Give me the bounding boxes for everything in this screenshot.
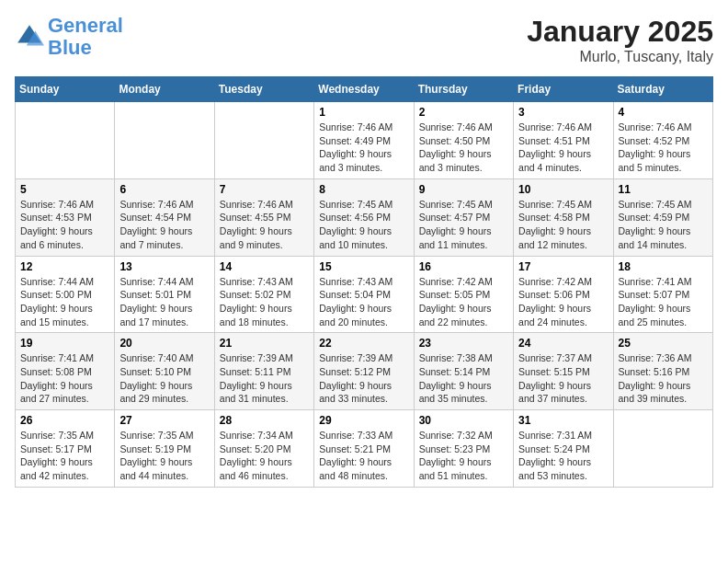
day-info: Sunrise: 7:45 AM Sunset: 4:58 PM Dayligh… — [518, 198, 608, 252]
day-info: Sunrise: 7:46 AM Sunset: 4:51 PM Dayligh… — [518, 121, 608, 175]
calendar-week-5: 26Sunrise: 7:35 AM Sunset: 5:17 PM Dayli… — [16, 410, 713, 488]
calendar-cell: 18Sunrise: 7:41 AM Sunset: 5:07 PM Dayli… — [613, 256, 712, 333]
calendar-cell: 8Sunrise: 7:45 AM Sunset: 4:56 PM Daylig… — [314, 178, 414, 256]
day-number: 17 — [518, 260, 608, 273]
day-info: Sunrise: 7:37 AM Sunset: 5:15 PM Dayligh… — [518, 351, 608, 406]
weekday-header-saturday: Saturday — [613, 77, 712, 102]
day-info: Sunrise: 7:46 AM Sunset: 4:54 PM Dayligh… — [119, 198, 209, 252]
logo-blue: Blue — [48, 36, 92, 59]
day-number: 3 — [518, 106, 608, 119]
day-number: 11 — [619, 183, 708, 196]
day-number: 25 — [619, 337, 708, 350]
day-info: Sunrise: 7:45 AM Sunset: 4:56 PM Dayligh… — [319, 198, 408, 252]
day-number: 7 — [220, 183, 309, 196]
day-number: 4 — [619, 106, 708, 119]
calendar-cell: 25Sunrise: 7:36 AM Sunset: 5:16 PM Dayli… — [613, 333, 712, 410]
day-info: Sunrise: 7:33 AM Sunset: 5:21 PM Dayligh… — [319, 429, 408, 483]
day-number: 29 — [319, 414, 408, 427]
day-number: 14 — [220, 260, 309, 273]
day-info: Sunrise: 7:38 AM Sunset: 5:14 PM Dayligh… — [419, 351, 508, 406]
day-number: 5 — [20, 183, 109, 196]
day-info: Sunrise: 7:46 AM Sunset: 4:50 PM Dayligh… — [419, 121, 508, 175]
day-number: 12 — [20, 260, 109, 273]
calendar-cell: 30Sunrise: 7:32 AM Sunset: 5:23 PM Dayli… — [414, 410, 513, 488]
calendar-cell: 15Sunrise: 7:43 AM Sunset: 5:04 PM Dayli… — [314, 256, 414, 333]
calendar-cell: 31Sunrise: 7:31 AM Sunset: 5:24 PM Dayli… — [514, 410, 613, 488]
calendar-cell: 26Sunrise: 7:35 AM Sunset: 5:17 PM Dayli… — [16, 410, 115, 488]
calendar-cell: 11Sunrise: 7:45 AM Sunset: 4:59 PM Dayli… — [613, 178, 712, 256]
day-info: Sunrise: 7:35 AM Sunset: 5:17 PM Dayligh… — [20, 429, 109, 483]
calendar-week-2: 5Sunrise: 7:46 AM Sunset: 4:53 PM Daylig… — [16, 178, 713, 256]
calendar-cell: 1Sunrise: 7:46 AM Sunset: 4:49 PM Daylig… — [314, 102, 414, 179]
calendar-cell: 17Sunrise: 7:42 AM Sunset: 5:06 PM Dayli… — [514, 256, 613, 333]
day-info: Sunrise: 7:40 AM Sunset: 5:10 PM Dayligh… — [119, 351, 209, 406]
day-info: Sunrise: 7:31 AM Sunset: 5:24 PM Dayligh… — [518, 429, 608, 483]
calendar-cell: 16Sunrise: 7:42 AM Sunset: 5:05 PM Dayli… — [414, 256, 513, 333]
calendar-table: SundayMondayTuesdayWednesdayThursdayFrid… — [15, 76, 713, 488]
page-header: General Blue January 2025 Murlo, Tuscany… — [15, 15, 713, 65]
title-section: January 2025 Murlo, Tuscany, Italy — [527, 15, 713, 65]
day-info: Sunrise: 7:42 AM Sunset: 5:06 PM Dayligh… — [518, 275, 608, 329]
weekday-header-row: SundayMondayTuesdayWednesdayThursdayFrid… — [16, 77, 713, 102]
day-info: Sunrise: 7:43 AM Sunset: 5:02 PM Dayligh… — [220, 275, 309, 329]
day-info: Sunrise: 7:41 AM Sunset: 5:08 PM Dayligh… — [20, 351, 109, 406]
day-info: Sunrise: 7:44 AM Sunset: 5:01 PM Dayligh… — [119, 275, 209, 329]
day-info: Sunrise: 7:34 AM Sunset: 5:20 PM Dayligh… — [220, 429, 309, 483]
day-number: 2 — [419, 106, 508, 119]
logo-icon — [15, 22, 44, 52]
calendar-subtitle: Murlo, Tuscany, Italy — [527, 49, 713, 65]
day-info: Sunrise: 7:46 AM Sunset: 4:55 PM Dayligh… — [220, 198, 309, 252]
weekday-header-friday: Friday — [514, 77, 613, 102]
day-number: 26 — [20, 414, 109, 427]
calendar-cell — [16, 102, 115, 179]
weekday-header-monday: Monday — [115, 77, 214, 102]
day-info: Sunrise: 7:41 AM Sunset: 5:07 PM Dayligh… — [619, 275, 708, 329]
calendar-cell: 14Sunrise: 7:43 AM Sunset: 5:02 PM Dayli… — [214, 256, 313, 333]
calendar-cell: 22Sunrise: 7:39 AM Sunset: 5:12 PM Dayli… — [314, 333, 414, 410]
day-number: 13 — [119, 260, 209, 273]
calendar-cell: 19Sunrise: 7:41 AM Sunset: 5:08 PM Dayli… — [16, 333, 115, 410]
day-number: 20 — [119, 337, 209, 350]
day-info: Sunrise: 7:46 AM Sunset: 4:49 PM Dayligh… — [319, 121, 408, 175]
weekday-header-thursday: Thursday — [414, 77, 513, 102]
calendar-cell: 29Sunrise: 7:33 AM Sunset: 5:21 PM Dayli… — [314, 410, 414, 488]
day-info: Sunrise: 7:39 AM Sunset: 5:11 PM Dayligh… — [220, 351, 309, 406]
day-number: 23 — [419, 337, 508, 350]
day-info: Sunrise: 7:36 AM Sunset: 5:16 PM Dayligh… — [619, 351, 708, 406]
calendar-cell: 9Sunrise: 7:45 AM Sunset: 4:57 PM Daylig… — [414, 178, 513, 256]
calendar-cell: 2Sunrise: 7:46 AM Sunset: 4:50 PM Daylig… — [414, 102, 513, 179]
day-number: 21 — [220, 337, 309, 350]
day-number: 22 — [319, 337, 408, 350]
calendar-cell: 10Sunrise: 7:45 AM Sunset: 4:58 PM Dayli… — [514, 178, 613, 256]
calendar-week-3: 12Sunrise: 7:44 AM Sunset: 5:00 PM Dayli… — [16, 256, 713, 333]
day-number: 16 — [419, 260, 508, 273]
calendar-cell: 7Sunrise: 7:46 AM Sunset: 4:55 PM Daylig… — [214, 178, 313, 256]
calendar-title: January 2025 — [527, 15, 713, 49]
weekday-header-sunday: Sunday — [16, 77, 115, 102]
calendar-week-1: 1Sunrise: 7:46 AM Sunset: 4:49 PM Daylig… — [16, 102, 713, 179]
calendar-cell: 23Sunrise: 7:38 AM Sunset: 5:14 PM Dayli… — [414, 333, 513, 410]
calendar-cell — [214, 102, 313, 179]
day-number: 28 — [220, 414, 309, 427]
day-info: Sunrise: 7:35 AM Sunset: 5:19 PM Dayligh… — [119, 429, 209, 483]
day-info: Sunrise: 7:45 AM Sunset: 4:59 PM Dayligh… — [619, 198, 708, 252]
calendar-cell: 13Sunrise: 7:44 AM Sunset: 5:01 PM Dayli… — [115, 256, 214, 333]
day-number: 31 — [518, 414, 608, 427]
calendar-week-4: 19Sunrise: 7:41 AM Sunset: 5:08 PM Dayli… — [16, 333, 713, 410]
day-number: 1 — [319, 106, 408, 119]
day-number: 30 — [419, 414, 508, 427]
weekday-header-tuesday: Tuesday — [214, 77, 313, 102]
day-number: 6 — [119, 183, 209, 196]
calendar-cell: 12Sunrise: 7:44 AM Sunset: 5:00 PM Dayli… — [16, 256, 115, 333]
day-info: Sunrise: 7:39 AM Sunset: 5:12 PM Dayligh… — [319, 351, 408, 406]
day-info: Sunrise: 7:43 AM Sunset: 5:04 PM Dayligh… — [319, 275, 408, 329]
day-number: 24 — [518, 337, 608, 350]
day-info: Sunrise: 7:32 AM Sunset: 5:23 PM Dayligh… — [419, 429, 508, 483]
calendar-cell — [115, 102, 214, 179]
calendar-cell: 27Sunrise: 7:35 AM Sunset: 5:19 PM Dayli… — [115, 410, 214, 488]
day-number: 9 — [419, 183, 508, 196]
calendar-cell: 3Sunrise: 7:46 AM Sunset: 4:51 PM Daylig… — [514, 102, 613, 179]
day-info: Sunrise: 7:44 AM Sunset: 5:00 PM Dayligh… — [20, 275, 109, 329]
logo-general: General — [48, 14, 123, 37]
calendar-cell — [613, 410, 712, 488]
